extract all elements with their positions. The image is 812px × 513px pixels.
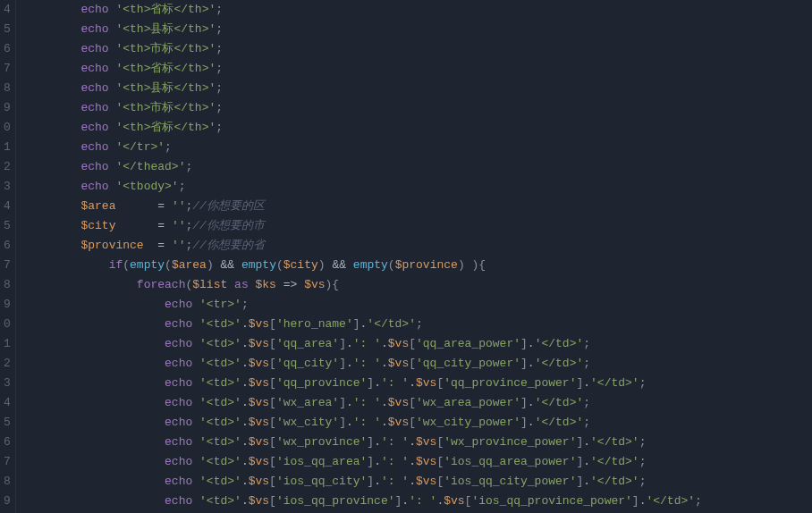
token-op: . [241, 317, 249, 331]
code-line[interactable]: echo '<th>县标</th>'; [25, 20, 702, 39]
token-kw: echo [80, 3, 108, 16]
token-var: $vs [249, 416, 269, 429]
token-op: . [583, 376, 590, 390]
code-line[interactable]: echo '<td>'.$vs['qq_province'].': '.$vs[… [25, 374, 702, 393]
code-line[interactable]: $province = '';//你想要的省 [25, 236, 702, 256]
line-number: 0 [4, 118, 8, 138]
code-line[interactable]: echo '<th>市标</th>'; [25, 39, 702, 59]
token-str: 'wx_province_power' [444, 435, 576, 449]
token-str: '<th>省标</th>' [115, 121, 216, 134]
token-str: '<th>省标</th>' [115, 3, 216, 16]
code-content[interactable]: echo '<th>省标</th>'; echo '<th>县标</th>'; … [16, 0, 702, 513]
token-punc: ; [639, 435, 647, 449]
token-punc: ] [339, 357, 346, 370]
token-var: $province [80, 239, 143, 252]
token-op: . [241, 494, 249, 508]
token-kw: echo [165, 376, 192, 390]
token-str: '</thead>' [115, 160, 185, 173]
code-line[interactable]: $area = '';//你想要的区 [25, 197, 702, 216]
token-var: $vs [388, 357, 409, 370]
token-str: '<td>' [199, 435, 241, 449]
line-number: 8 [4, 275, 8, 295]
token-var: $vs [249, 357, 269, 370]
token-op: . [583, 435, 590, 449]
token-fn: empty [241, 258, 276, 272]
token-op: . [409, 475, 416, 488]
code-line[interactable]: echo '<tbody>'; [25, 177, 702, 197]
token-str: 'ios_qq_province' [276, 494, 395, 508]
code-line[interactable]: echo '</tr>'; [25, 138, 702, 157]
token-str: '</td>' [535, 416, 584, 429]
token-op: . [374, 455, 381, 468]
code-line[interactable]: echo '</thead>'; [25, 157, 702, 177]
token-var: $vs [444, 494, 464, 508]
token-op: . [528, 416, 535, 429]
token-var: $vs [249, 337, 269, 350]
code-line[interactable]: echo '<th>县标</th>'; [25, 79, 702, 98]
token-punc: ] [367, 376, 374, 390]
line-number: 8 [4, 79, 8, 98]
code-line[interactable]: echo '<th>省标</th>'; [25, 118, 702, 138]
line-number: 6 [4, 236, 8, 256]
token-str: '</td>' [590, 376, 639, 390]
token-var: $vs [416, 376, 436, 390]
token-punc: ) [318, 258, 326, 272]
code-line[interactable]: echo '<th>市标</th>'; [25, 98, 702, 118]
token-punc: ; [639, 475, 647, 488]
token-kw: echo [80, 62, 108, 75]
code-line[interactable]: echo '<td>'.$vs['qq_area'].': '.$vs['qq_… [25, 334, 702, 354]
token-kw: echo [165, 396, 192, 409]
token-var: $vs [249, 376, 269, 390]
token-punc: ; [165, 140, 172, 154]
token-str: ': ' [381, 376, 409, 390]
token-kw: echo [80, 101, 108, 114]
code-line[interactable]: echo '<th>省标</th>'; [25, 59, 702, 79]
line-number: 5 [4, 413, 8, 433]
token-punc: [ [269, 337, 276, 350]
token-str: 'wx_area' [276, 396, 339, 409]
token-var: $province [395, 258, 458, 272]
code-line[interactable]: echo '<td>'.$vs['ios_qq_province'].': '.… [25, 492, 702, 511]
token-punc: ; [416, 317, 423, 331]
token-str: 'wx_province' [276, 435, 367, 449]
token-op: = [157, 219, 165, 232]
token-op: . [409, 455, 416, 468]
code-line[interactable]: echo '<td>'.$vs['wx_area'].': '.$vs['wx_… [25, 393, 702, 413]
token-kw: echo [165, 475, 192, 488]
token-str: 'hero_name' [276, 317, 353, 331]
token-str: 'qq_area' [276, 337, 339, 350]
line-number: 6 [4, 433, 8, 452]
line-number: 5 [4, 216, 8, 236]
token-var: $vs [416, 475, 436, 488]
token-punc: ] [367, 455, 374, 468]
code-line[interactable]: echo '<td>'.$vs['wx_city'].': '.$vs['wx_… [25, 413, 702, 433]
code-line[interactable]: echo '<td>'.$vs['ios_qq_city'].': '.$vs[… [25, 472, 702, 492]
token-str: 'ios_qq_province_power' [471, 494, 631, 508]
code-line[interactable]: echo '<td>'.$vs['hero_name'].'</td>'; [25, 315, 702, 334]
line-number: 1 [4, 334, 8, 354]
token-op: . [241, 435, 249, 449]
code-line[interactable]: foreach($list as $ks => $vs){ [25, 275, 702, 295]
code-line[interactable]: if(empty($area) && empty($city) && empty… [25, 256, 702, 275]
token-kw: echo [80, 140, 108, 154]
code-line[interactable]: echo '<td>'.$vs['wx_province'].': '.$vs[… [25, 433, 702, 452]
token-str: '<td>' [199, 455, 241, 468]
token-punc: ) [458, 258, 465, 272]
token-kw: echo [165, 494, 192, 508]
token-punc: ] [520, 416, 528, 429]
token-op: && [332, 258, 346, 272]
token-op: . [381, 396, 388, 409]
token-punc: ; [216, 42, 223, 55]
code-line[interactable]: $city = '';//你想要的市 [25, 216, 702, 236]
code-line[interactable]: echo '<tr>'; [25, 295, 702, 315]
code-line[interactable]: echo '<th>省标</th>'; [25, 0, 702, 20]
token-punc: ] [632, 494, 639, 508]
code-line[interactable]: echo '<td>'.$vs['qq_city'].': '.$vs['qq_… [25, 354, 702, 374]
line-number: 7 [4, 256, 8, 275]
code-editor[interactable]: 456789012345678901234567890 echo '<th>省标… [0, 0, 812, 513]
code-line[interactable]: echo '<td>'.$vs['ios_qq_area'].': '.$vs[… [25, 452, 702, 472]
token-var: $city [80, 219, 115, 232]
token-punc: ] [367, 435, 374, 449]
token-kw: echo [165, 435, 192, 449]
line-number: 7 [4, 59, 8, 79]
